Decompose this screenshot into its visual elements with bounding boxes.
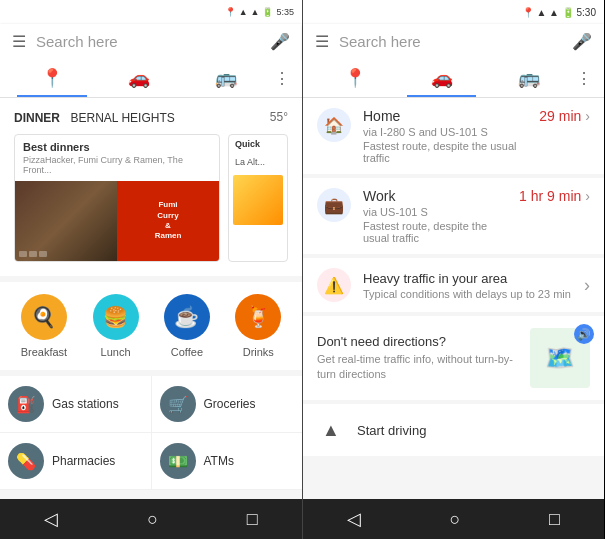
- quick-card-subtitle: La Alt...: [229, 153, 287, 171]
- traffic-title: Heavy traffic in your area: [363, 271, 572, 286]
- right-status-icons: 📍 ▲ ▲ 🔋 5:30: [522, 7, 596, 18]
- right-content: 🏠 Home via I-280 S and US-101 S Fastest …: [303, 98, 604, 499]
- best-dinners-title: Best dinners: [23, 141, 211, 153]
- ramen-image: FumiCurry&Ramen: [117, 181, 219, 261]
- right-signal-icon: ▲: [536, 7, 546, 18]
- left-time: 5:35: [276, 7, 294, 17]
- right-bottom-nav: ◁ ○ □: [303, 499, 604, 539]
- left-search-wrapper[interactable]: Search here: [36, 33, 260, 50]
- left-back-button[interactable]: ◁: [44, 508, 58, 530]
- traffic-chevron-icon: ›: [584, 275, 590, 296]
- left-tab-location[interactable]: 📍: [8, 59, 95, 97]
- left-phone-panel: 📍 ▲ ▲ 🔋 5:35 ☰ Search here 🎤 📍 🚗 🚌 ⋮: [0, 0, 302, 539]
- right-search-wrapper[interactable]: Search here: [339, 33, 562, 50]
- restaurant-images: FumiCurry&Ramen: [15, 181, 219, 261]
- lunch-label: Lunch: [101, 346, 131, 358]
- dinner-section: DINNER BERNAL HEIGHTS 55° Best dinners P…: [0, 98, 302, 276]
- gas-icon-circle: ⛽: [8, 386, 44, 422]
- work-route-status: Fastest route, despite the usual traffic: [363, 220, 507, 244]
- right-drive-tab-icon: 🚗: [431, 67, 453, 89]
- best-dinners-card[interactable]: Best dinners PizzaHacker, Fumi Curry & R…: [14, 134, 220, 262]
- left-tab-transit[interactable]: 🚌: [183, 59, 270, 97]
- left-content: DINNER BERNAL HEIGHTS 55° Best dinners P…: [0, 98, 302, 499]
- right-hamburger-icon[interactable]: ☰: [315, 32, 329, 51]
- right-home-button[interactable]: ○: [450, 509, 461, 530]
- services-row-2: 💊 Pharmacies 💵 ATMs: [0, 433, 302, 490]
- groceries-icon: 🛒: [168, 395, 188, 414]
- no-directions-subtitle: Get real-time traffic info, without turn…: [317, 352, 518, 383]
- signal-icon: ▲: [239, 7, 248, 17]
- services-row-1: ⛽ Gas stations 🛒 Groceries: [0, 376, 302, 433]
- left-nav-tabs: 📍 🚗 🚌 ⋮: [0, 59, 302, 98]
- start-driving-card[interactable]: ▲ Start driving: [303, 404, 604, 456]
- dinner-header: DINNER BERNAL HEIGHTS 55°: [14, 108, 288, 126]
- home-route-time: 29 min ›: [539, 108, 590, 124]
- category-lunch[interactable]: 🍔 Lunch: [93, 294, 139, 358]
- right-mic-icon[interactable]: 🎤: [572, 32, 592, 51]
- right-tab-transit[interactable]: 🚌: [485, 59, 572, 97]
- pharmacies-icon: 💊: [16, 452, 36, 471]
- traffic-card[interactable]: ⚠️ Heavy traffic in your area Typical co…: [303, 258, 604, 312]
- service-gas[interactable]: ⛽ Gas stations: [0, 376, 152, 433]
- right-tab-drive[interactable]: 🚗: [398, 59, 485, 97]
- gas-label: Gas stations: [52, 397, 119, 411]
- drinks-circle: 🍹: [235, 294, 281, 340]
- service-groceries[interactable]: 🛒 Groceries: [152, 376, 303, 433]
- lunch-icon: 🍔: [103, 305, 128, 329]
- home-route-status: Fastest route, despite the usual traffic: [363, 140, 527, 164]
- map-mini-icon: 🗺️ 🔊: [530, 328, 590, 388]
- coffee-icon: ☕: [174, 305, 199, 329]
- drinks-label: Drinks: [243, 346, 274, 358]
- transit-tab-icon: 🚌: [215, 67, 237, 89]
- work-icon: 💼: [324, 196, 344, 215]
- home-route-via: via I-280 S and US-101 S: [363, 126, 527, 138]
- work-route-icon: 💼: [317, 188, 351, 222]
- left-bottom-nav: ◁ ○ □: [0, 499, 302, 539]
- left-tab-drive[interactable]: 🚗: [95, 59, 182, 97]
- category-breakfast[interactable]: 🍳 Breakfast: [21, 294, 67, 358]
- left-more-icon[interactable]: ⋮: [270, 61, 294, 96]
- category-drinks[interactable]: 🍹 Drinks: [235, 294, 281, 358]
- no-directions-info: Don't need directions? Get real-time tra…: [317, 334, 518, 383]
- work-chevron-icon: ›: [585, 188, 590, 204]
- category-coffee[interactable]: ☕ Coffee: [164, 294, 210, 358]
- quick-card[interactable]: Quick La Alt...: [228, 134, 288, 262]
- location-tab-icon: 📍: [41, 67, 63, 89]
- best-dinners-header: Best dinners PizzaHacker, Fumi Curry & R…: [15, 135, 219, 181]
- right-time: 5:30: [577, 7, 596, 18]
- right-status-bar: 📍 ▲ ▲ 🔋 5:30: [303, 0, 604, 24]
- breakfast-circle: 🍳: [21, 294, 67, 340]
- left-search-placeholder: Search here: [36, 33, 118, 50]
- home-route-info: Home via I-280 S and US-101 S Fastest ro…: [363, 108, 527, 164]
- gas-icon: ⛽: [16, 395, 36, 414]
- work-route-time: 1 hr 9 min ›: [519, 188, 590, 204]
- left-square-button[interactable]: □: [247, 509, 258, 530]
- right-nav-tabs: 📍 🚗 🚌 ⋮: [303, 59, 604, 98]
- left-mic-icon[interactable]: 🎤: [270, 32, 290, 51]
- right-tab-location[interactable]: 📍: [311, 59, 398, 97]
- route-work-card[interactable]: 💼 Work via US-101 S Fastest route, despi…: [303, 178, 604, 254]
- service-pharmacies[interactable]: 💊 Pharmacies: [0, 433, 152, 490]
- work-time-value: 1 hr 9 min: [519, 188, 581, 204]
- weather-badge: 55°: [270, 110, 288, 124]
- right-square-button[interactable]: □: [549, 509, 560, 530]
- bar-photo: [15, 181, 117, 261]
- left-status-icons: 📍 ▲ ▲ 🔋 5:35: [225, 7, 294, 17]
- service-atms[interactable]: 💵 ATMs: [152, 433, 303, 490]
- work-route-info: Work via US-101 S Fastest route, despite…: [363, 188, 507, 244]
- left-home-button[interactable]: ○: [147, 509, 158, 530]
- right-back-button[interactable]: ◁: [347, 508, 361, 530]
- hamburger-icon[interactable]: ☰: [12, 32, 26, 51]
- home-route-name: Home: [363, 108, 527, 124]
- route-home-card[interactable]: 🏠 Home via I-280 S and US-101 S Fastest …: [303, 98, 604, 174]
- dinner-location: BERNAL HEIGHTS: [70, 111, 174, 125]
- home-time-value: 29 min: [539, 108, 581, 124]
- right-more-icon[interactable]: ⋮: [572, 61, 596, 96]
- ramen-text: FumiCurry&Ramen: [155, 200, 182, 242]
- left-status-bar: 📍 ▲ ▲ 🔋 5:35: [0, 0, 302, 24]
- dinner-title-row: DINNER BERNAL HEIGHTS: [14, 108, 175, 126]
- left-search-bar: ☰ Search here 🎤: [0, 24, 302, 59]
- right-wifi-icon: ▲: [549, 7, 559, 18]
- traffic-icon: ⚠️: [317, 268, 351, 302]
- coffee-label: Coffee: [171, 346, 203, 358]
